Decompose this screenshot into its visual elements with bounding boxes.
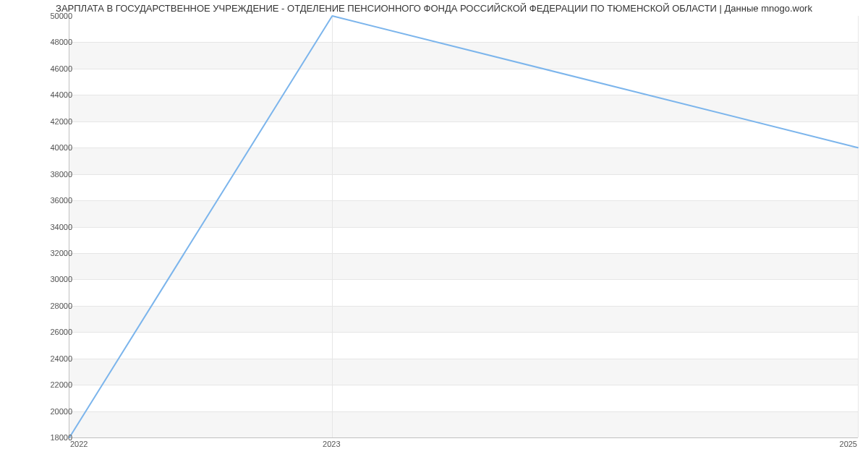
- y-tick-label: 36000: [9, 196, 72, 205]
- y-tick-label: 20000: [9, 407, 72, 416]
- series-line: [69, 16, 858, 437]
- y-tick-label: 40000: [9, 143, 72, 152]
- y-tick-label: 26000: [9, 328, 72, 336]
- x-tick-label: 2022: [70, 440, 88, 448]
- y-tick-label: 22000: [9, 380, 72, 389]
- y-tick-label: 30000: [9, 275, 72, 283]
- y-tick-label: 50000: [9, 12, 72, 20]
- y-tick-label: 38000: [9, 170, 72, 179]
- y-tick-label: 18000: [9, 433, 72, 442]
- y-tick-label: 44000: [9, 90, 72, 99]
- plot-area: [69, 16, 858, 438]
- line-layer: [69, 16, 858, 437]
- y-tick-label: 46000: [9, 64, 72, 73]
- chart-title: ЗАРПЛАТА В ГОСУДАРСТВЕННОЕ УЧРЕЖДЕНИЕ - …: [0, 3, 868, 14]
- y-tick-label: 34000: [9, 223, 72, 231]
- y-tick-label: 42000: [9, 117, 72, 126]
- y-tick-label: 32000: [9, 249, 72, 257]
- x-tick-label: 2025: [840, 440, 857, 448]
- y-tick-label: 48000: [9, 38, 72, 46]
- grid-line-v: [858, 16, 859, 437]
- x-tick-label: 2023: [323, 440, 340, 448]
- y-tick-label: 24000: [9, 354, 72, 363]
- y-tick-label: 28000: [9, 302, 72, 310]
